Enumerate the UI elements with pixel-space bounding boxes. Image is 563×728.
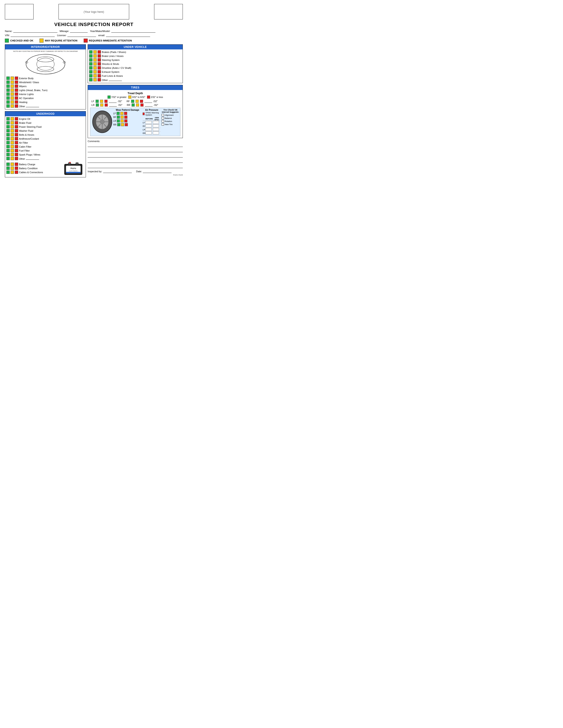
mileage-input[interactable] <box>70 30 88 33</box>
sq-green-square <box>6 100 10 104</box>
name-input[interactable] <box>13 30 57 33</box>
list-item: Cables & Connections <box>6 171 62 174</box>
tire-svg <box>92 110 113 133</box>
sq-yellow-square <box>11 157 14 160</box>
date-input[interactable] <box>143 170 171 173</box>
sq-red-square <box>15 167 18 170</box>
license-input[interactable] <box>67 34 96 37</box>
sq-green-square <box>6 117 10 120</box>
air-rf-before[interactable] <box>145 124 152 127</box>
wear-rf-green <box>117 116 120 119</box>
svg-point-5 <box>37 58 54 70</box>
tread-rr-label: RR <box>127 104 130 106</box>
label-balance: Balance <box>165 117 172 119</box>
svg-text:Mighty: Mighty <box>70 167 76 169</box>
underhood-header: UNDERHOOD <box>5 111 86 116</box>
checkbox-rotation[interactable] <box>162 120 164 122</box>
check-label: Brakes (Pads / Shoes) <box>102 51 181 53</box>
tread-rr-val[interactable] <box>145 104 152 107</box>
year-make-model-input[interactable] <box>111 30 155 33</box>
tread-green-sq <box>107 96 111 99</box>
air-lr-oemspec[interactable] <box>153 128 159 131</box>
sq-yellow-square <box>11 133 14 136</box>
checkbox-new-tire[interactable] <box>162 123 164 126</box>
checkbox-balance[interactable] <box>162 117 164 119</box>
license-field: License: <box>57 34 96 37</box>
sq-yellow-square <box>93 50 97 54</box>
sq-green-square <box>6 171 10 174</box>
battery-items-list: Battery ChargeBattery ConditionCables & … <box>6 163 62 174</box>
right-column: UNDER VEHICLE Brakes (Pads / Shoes)Brake… <box>88 44 183 179</box>
check-underline[interactable] <box>26 157 39 160</box>
air-row-lf: LF <box>143 121 161 124</box>
air-rr-before[interactable] <box>145 131 152 134</box>
interior-exterior-section: INTERIOR/EXTERIOR NOTE ANY EXISTING EXTE… <box>5 44 86 109</box>
check-underline[interactable] <box>26 105 39 107</box>
comment-line-4[interactable] <box>88 159 183 163</box>
vin-input[interactable] <box>11 34 55 37</box>
check-label: Other <box>19 105 84 108</box>
air-lf-before[interactable] <box>145 121 152 124</box>
list-item: Shocks & Struts <box>89 62 181 66</box>
list-item: Brake Fluid <box>6 121 84 124</box>
air-lr-before[interactable] <box>145 128 152 131</box>
air-pressure-table: BEFORE OEM SPEC LF <box>143 117 161 135</box>
tread-rr-yellow <box>136 103 139 107</box>
sq-green-square <box>89 58 92 62</box>
main-content: INTERIOR/EXTERIOR NOTE ANY EXISTING EXTE… <box>5 44 183 179</box>
car-diagram <box>6 53 84 75</box>
list-item: Antifreeze/Coolant <box>6 137 84 140</box>
comment-line-1[interactable] <box>88 143 183 147</box>
comment-line-3[interactable] <box>88 154 183 158</box>
wear-lf-green <box>117 112 120 115</box>
checkbox-alignment[interactable] <box>162 114 164 116</box>
email-input[interactable] <box>106 34 150 37</box>
list-item: Other <box>89 78 181 81</box>
inspected-by-field: Inspected by: <box>88 170 132 173</box>
air-lf-oemspec[interactable] <box>153 121 159 124</box>
sq-green-square <box>6 137 10 140</box>
check-label: Driveline (Axles / CV Shaft) <box>102 67 181 69</box>
sq-yellow-square <box>11 77 14 80</box>
tread-green-label: 7/32" or greater <box>111 96 126 98</box>
inspected-by-input[interactable] <box>103 170 132 173</box>
tread-lf-label: LF <box>91 100 94 103</box>
tires-body: Tread Depth 7/32" or greater 3/32" to 6/… <box>88 90 182 138</box>
sq-green-square <box>89 50 92 54</box>
comment-line-2[interactable] <box>88 149 183 152</box>
sq-yellow-square <box>11 129 14 132</box>
check-label: Interior Lights <box>19 93 84 96</box>
list-item: Engine Oil <box>6 117 84 120</box>
check-label: Brake Lines / Hoses <box>102 55 181 57</box>
license-label: License: <box>57 34 66 37</box>
comment-line-5[interactable] <box>88 165 183 168</box>
list-item: Brakes (Pads / Shoes) <box>89 50 181 54</box>
list-item: Brake Lines / Hoses <box>89 54 181 58</box>
check-alignment: Alignment <box>162 114 179 116</box>
tread-lr-val[interactable] <box>109 104 117 107</box>
list-item: Other <box>6 157 84 160</box>
email-label: email: <box>98 34 105 37</box>
svg-rect-8 <box>76 163 78 165</box>
tread-rf-val[interactable] <box>144 100 152 103</box>
report-title: VEHICLE INSPECTION REPORT <box>5 22 183 27</box>
air-col-oemspec: OEM SPEC <box>153 117 161 121</box>
car-svg <box>24 53 66 75</box>
tpms-row: TPMS Warning System <box>143 112 161 116</box>
tread-lf-val[interactable] <box>109 100 117 103</box>
sq-red-square <box>15 137 18 140</box>
tpms-label: TPMS Warning System <box>145 112 161 116</box>
sq-green-square <box>6 77 10 80</box>
svg-point-1 <box>37 57 54 62</box>
air-rf-oemspec[interactable] <box>153 124 159 127</box>
check-underline[interactable] <box>109 78 122 81</box>
sq-red-square <box>15 133 18 136</box>
left-column: INTERIOR/EXTERIOR NOTE ANY EXISTING EXTE… <box>5 44 86 179</box>
interior-exterior-header: INTERIOR/EXTERIOR <box>5 45 86 49</box>
check-label: Spark Plugs / Wires <box>19 153 84 156</box>
under-vehicle-body: Brakes (Pads / Shoes)Brake Lines / Hoses… <box>88 49 182 83</box>
list-item: Lights (Head, Brake, Turn) <box>6 88 84 92</box>
air-rr-oemspec[interactable] <box>153 131 159 134</box>
check-label: Cabin Filter <box>19 145 84 148</box>
sq-red-square <box>15 141 18 144</box>
